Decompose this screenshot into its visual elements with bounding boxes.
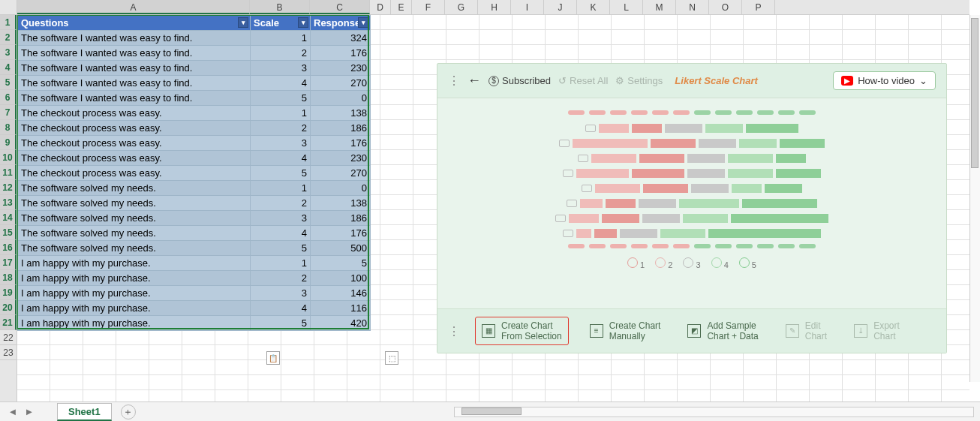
cell[interactable]: I am happy with my purchase. — [18, 286, 251, 301]
cell[interactable]: 1 — [251, 31, 311, 46]
table-row[interactable]: The software I wanted was easy to find.1… — [18, 31, 371, 46]
table-header-0[interactable]: Questions — [18, 16, 251, 31]
cell[interactable]: 116 — [311, 301, 371, 316]
row-header-15[interactable]: 15 — [0, 225, 17, 240]
cell[interactable]: The software solved my needs. — [18, 211, 251, 226]
row-header-1[interactable]: 1 — [0, 15, 17, 30]
cell[interactable]: 1 — [251, 256, 311, 271]
cell[interactable]: 176 — [311, 136, 371, 151]
cell[interactable]: 186 — [311, 121, 371, 136]
table-row[interactable]: The checkout process was easy.5270 — [18, 166, 371, 181]
table-row[interactable]: The software I wanted was easy to find.4… — [18, 76, 371, 91]
table-header-1[interactable]: Scale — [251, 16, 311, 31]
cell[interactable]: The software solved my needs. — [18, 241, 251, 256]
cell[interactable]: The software solved my needs. — [18, 226, 251, 241]
tab-scroll-prev[interactable]: ► — [23, 405, 36, 419]
table-row[interactable]: The software I wanted was easy to find.3… — [18, 61, 371, 76]
table-row[interactable]: The checkout process was easy.2186 — [18, 121, 371, 136]
cell[interactable]: 3 — [251, 136, 311, 151]
column-header-G[interactable]: G — [445, 0, 478, 14]
column-header-B[interactable]: B — [250, 0, 310, 14]
cell[interactable]: 5 — [311, 256, 371, 271]
cell[interactable]: 2 — [251, 121, 311, 136]
cell[interactable]: I am happy with my purchase. — [18, 271, 251, 286]
filter-dropdown-icon[interactable] — [238, 17, 248, 28]
column-header-K[interactable]: K — [577, 0, 610, 14]
row-header-4[interactable]: 4 — [0, 60, 17, 75]
cell[interactable]: 270 — [311, 166, 371, 181]
cell[interactable]: 4 — [251, 226, 311, 241]
column-header-O[interactable]: O — [709, 0, 742, 14]
reset-all-button[interactable]: ↺ Reset All — [558, 75, 608, 86]
cell[interactable]: 230 — [311, 61, 371, 76]
table-row[interactable]: The software I wanted was easy to find.5… — [18, 91, 371, 106]
cell[interactable]: 100 — [311, 271, 371, 286]
select-all-corner[interactable] — [0, 0, 17, 15]
cell[interactable]: 146 — [311, 286, 371, 301]
add-sheet-button[interactable]: ＋ — [121, 404, 136, 419]
horizontal-scrollbar[interactable] — [454, 407, 974, 417]
table-row[interactable]: The checkout process was easy.3176 — [18, 136, 371, 151]
table-row[interactable]: The software solved my needs.2138 — [18, 196, 371, 211]
cell[interactable]: The checkout process was easy. — [18, 121, 251, 136]
cell[interactable]: 0 — [311, 181, 371, 196]
table-row[interactable]: The checkout process was easy.4230 — [18, 151, 371, 166]
table-row[interactable]: The software solved my needs.5500 — [18, 241, 371, 256]
column-header-A[interactable]: A — [17, 0, 250, 14]
paste-options-smarttag[interactable]: 📋 — [266, 351, 280, 365]
cell[interactable]: The checkout process was easy. — [18, 136, 251, 151]
row-header-11[interactable]: 11 — [0, 165, 17, 180]
cell[interactable]: 5 — [251, 166, 311, 181]
cell[interactable]: 230 — [311, 151, 371, 166]
add-sample-button[interactable]: ◩ Add SampleChart + Data — [681, 317, 764, 344]
table-row[interactable]: The software solved my needs.3186 — [18, 211, 371, 226]
cell[interactable]: 3 — [251, 286, 311, 301]
cell[interactable]: I am happy with my purchase. — [18, 301, 251, 316]
row-header-6[interactable]: 6 — [0, 90, 17, 105]
cell[interactable]: 186 — [311, 211, 371, 226]
row-header-9[interactable]: 9 — [0, 135, 17, 150]
cell[interactable]: 2 — [251, 271, 311, 286]
cell[interactable]: The checkout process was easy. — [18, 151, 251, 166]
footer-handle-icon[interactable]: ⋮ — [448, 324, 460, 338]
cell[interactable]: 4 — [251, 76, 311, 91]
table-row[interactable]: The software solved my needs.10 — [18, 181, 371, 196]
horizontal-scrollbar-thumb[interactable] — [461, 407, 522, 415]
cell[interactable]: The checkout process was easy. — [18, 106, 251, 121]
vertical-scrollbar[interactable] — [969, 15, 980, 382]
cell[interactable]: The checkout process was easy. — [18, 166, 251, 181]
data-table[interactable]: QuestionsScaleResponses The software I w… — [17, 15, 371, 331]
edit-chart-button[interactable]: ✎ EditChart — [780, 317, 833, 344]
cell[interactable]: The software I wanted was easy to find. — [18, 91, 251, 106]
quick-analysis-smarttag[interactable]: ⬚ — [385, 351, 398, 365]
table-row[interactable]: I am happy with my purchase.15 — [18, 256, 371, 271]
row-header-16[interactable]: 16 — [0, 240, 17, 255]
row-header-21[interactable]: 21 — [0, 315, 17, 330]
row-header-13[interactable]: 13 — [0, 195, 17, 210]
cell[interactable]: 5 — [251, 316, 311, 331]
table-row[interactable]: I am happy with my purchase.3146 — [18, 286, 371, 301]
create-chart-manually-button[interactable]: ≡ Create ChartManually — [584, 317, 667, 344]
handle-dots-icon[interactable]: ⋮ — [448, 77, 460, 85]
row-header-14[interactable]: 14 — [0, 210, 17, 225]
subscribed-chip[interactable]: $ Subscribed — [488, 75, 551, 86]
cell[interactable]: 1 — [251, 106, 311, 121]
table-row[interactable]: I am happy with my purchase.5420 — [18, 316, 371, 331]
howto-video-button[interactable]: ▶ How-to video ⌄ — [833, 71, 936, 90]
table-row[interactable]: I am happy with my purchase.2100 — [18, 271, 371, 286]
cell[interactable]: I am happy with my purchase. — [18, 316, 251, 331]
column-header-C[interactable]: C — [310, 0, 370, 14]
filter-dropdown-icon[interactable] — [358, 17, 368, 28]
column-header-M[interactable]: M — [643, 0, 676, 14]
cell[interactable]: 4 — [251, 301, 311, 316]
row-header-18[interactable]: 18 — [0, 270, 17, 285]
column-header-L[interactable]: L — [610, 0, 643, 14]
cell[interactable]: The software I wanted was easy to find. — [18, 31, 251, 46]
column-header-N[interactable]: N — [676, 0, 709, 14]
table-header-2[interactable]: Responses — [311, 16, 371, 31]
row-header-19[interactable]: 19 — [0, 285, 17, 300]
column-header-F[interactable]: F — [412, 0, 445, 14]
filter-dropdown-icon[interactable] — [298, 17, 308, 28]
cell[interactable]: 270 — [311, 76, 371, 91]
cell[interactable]: 176 — [311, 226, 371, 241]
